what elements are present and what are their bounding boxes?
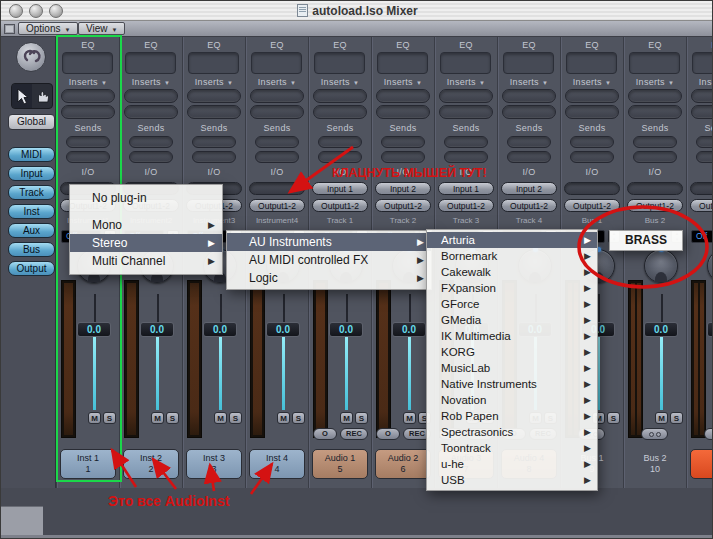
track-label[interactable]: Audio 26: [375, 449, 431, 479]
menu-item-brass[interactable]: BRASS: [610, 231, 682, 250]
solo-button[interactable]: S: [229, 412, 242, 424]
fader-slot[interactable]: [282, 337, 285, 410]
input-button[interactable]: Input 1: [312, 182, 368, 195]
menu-item-musiclab[interactable]: MusicLab▶: [427, 360, 597, 376]
output-button[interactable]: Output1-2: [375, 199, 431, 212]
insert-slot[interactable]: [439, 89, 493, 103]
menu-item-au-midi-controlled-fx[interactable]: AU MIDI controlled FX▶: [227, 251, 431, 269]
options-menu-button[interactable]: Options▼: [18, 22, 78, 35]
inserts-label[interactable]: Inserts▼: [498, 77, 560, 87]
insert-slot[interactable]: [61, 89, 115, 103]
filter-button-aux[interactable]: Aux: [8, 223, 55, 238]
mute-button[interactable]: M: [214, 412, 227, 424]
solo-button[interactable]: S: [670, 412, 683, 424]
track-label[interactable]: Audio 15: [312, 449, 368, 479]
input-slot[interactable]: [690, 182, 713, 195]
fader-value[interactable]: 0.0: [140, 322, 174, 337]
inserts-label[interactable]: Inserts▼: [309, 77, 371, 87]
send-slot[interactable]: [444, 136, 488, 148]
menu-item-multi-channel[interactable]: Multi Channel▶: [70, 252, 222, 270]
eq-display[interactable]: [566, 52, 617, 74]
send-slot[interactable]: [318, 151, 362, 163]
eq-display[interactable]: [125, 52, 176, 74]
insert-slot[interactable]: [250, 105, 304, 119]
menu-item-gforce[interactable]: GForce▶: [427, 296, 597, 312]
menu-item-rob-papen[interactable]: Rob Papen▶: [427, 408, 597, 424]
insert-slot[interactable]: [61, 105, 115, 119]
send-slot[interactable]: [381, 136, 425, 148]
global-button[interactable]: Global: [8, 114, 55, 130]
track-label[interactable]: Inst 44: [249, 449, 305, 479]
input-slot[interactable]: [564, 182, 620, 195]
track-label[interactable]: Inst 11: [60, 449, 116, 479]
mute-button[interactable]: M: [403, 412, 416, 424]
send-slot[interactable]: [192, 136, 236, 148]
track-label[interactable]: Inst 22: [123, 449, 179, 479]
filter-button-output[interactable]: Output: [8, 261, 55, 276]
output-button[interactable]: Output1-2: [249, 199, 305, 212]
fader-value[interactable]: 0.0: [329, 322, 363, 337]
fader-value[interactable]: 0.0: [203, 322, 237, 337]
insert-slot[interactable]: [565, 89, 619, 103]
filter-button-midi[interactable]: MIDI: [8, 147, 55, 162]
insert-slot[interactable]: [439, 105, 493, 119]
output-button[interactable]: Output1-2: [438, 199, 494, 212]
menu-item-fxpansion[interactable]: FXpansion▶: [427, 280, 597, 296]
send-slot[interactable]: [255, 151, 299, 163]
filter-button-bus[interactable]: Bus: [8, 242, 55, 257]
hand-tool-button[interactable]: [32, 84, 52, 108]
eq-display[interactable]: [692, 52, 713, 74]
fader-slot[interactable]: [345, 337, 348, 410]
bounce-button[interactable]: O: [313, 428, 337, 440]
send-slot[interactable]: [570, 151, 614, 163]
eq-display[interactable]: [314, 52, 365, 74]
track-label[interactable]: Inst 33: [186, 449, 242, 479]
view-menu-button[interactable]: View▼: [78, 22, 125, 35]
menu-item-arturia[interactable]: Arturia▶: [427, 232, 597, 248]
insert-slot[interactable]: [565, 105, 619, 119]
menu-item-gmedia[interactable]: GMedia▶: [427, 312, 597, 328]
menu-item-no-plug-in[interactable]: No plug-in: [70, 189, 222, 207]
link-button[interactable]: [16, 42, 46, 72]
pointer-tool-button[interactable]: [12, 84, 32, 108]
fader-value[interactable]: 0.0: [77, 322, 111, 337]
inserts-label[interactable]: Inserts▼: [687, 77, 713, 87]
insert-slot[interactable]: [124, 89, 178, 103]
menu-item-novation[interactable]: Novation▶: [427, 392, 597, 408]
pan-knob[interactable]: [644, 249, 678, 283]
inserts-label[interactable]: Inserts▼: [372, 77, 434, 87]
instrument-slot[interactable]: [249, 182, 305, 195]
filter-button-track[interactable]: Track: [8, 185, 55, 200]
filter-button-input[interactable]: Input: [8, 166, 55, 181]
send-slot[interactable]: [570, 136, 614, 148]
menu-item-spectrasonics[interactable]: Spectrasonics▶: [427, 424, 597, 440]
send-slot[interactable]: [633, 151, 677, 163]
menu-item-au-instruments[interactable]: AU Instruments▶: [227, 233, 431, 251]
mute-button[interactable]: M: [88, 412, 101, 424]
menu-item-bornemark[interactable]: Bornemark▶: [427, 248, 597, 264]
track-label[interactable]: S: [690, 449, 713, 479]
send-slot[interactable]: [633, 136, 677, 148]
stereo-link-button[interactable]: [641, 428, 668, 440]
send-slot[interactable]: [507, 151, 551, 163]
stereo-link-button[interactable]: [704, 428, 713, 440]
menu-item-stereo[interactable]: Stereo▶: [70, 234, 222, 252]
window-widget-icon[interactable]: [4, 24, 15, 34]
solo-button[interactable]: S: [355, 412, 368, 424]
eq-display[interactable]: [503, 52, 554, 74]
menu-item-logic[interactable]: Logic▶: [227, 269, 431, 287]
mute-button[interactable]: M: [151, 412, 164, 424]
eq-display[interactable]: [188, 52, 239, 74]
send-slot[interactable]: [507, 136, 551, 148]
input-button[interactable]: Input 1: [438, 182, 494, 195]
solo-button[interactable]: S: [103, 412, 116, 424]
insert-slot[interactable]: [124, 105, 178, 119]
output-button[interactable]: Output1-2: [690, 199, 713, 212]
eq-display[interactable]: [440, 52, 491, 74]
bounce-button[interactable]: O: [376, 428, 400, 440]
output-button[interactable]: Output1-2: [627, 199, 683, 212]
insert-slot[interactable]: [628, 105, 682, 119]
automation-mode[interactable]: Off: [691, 230, 713, 243]
send-slot[interactable]: [444, 151, 488, 163]
insert-slot[interactable]: [313, 89, 367, 103]
